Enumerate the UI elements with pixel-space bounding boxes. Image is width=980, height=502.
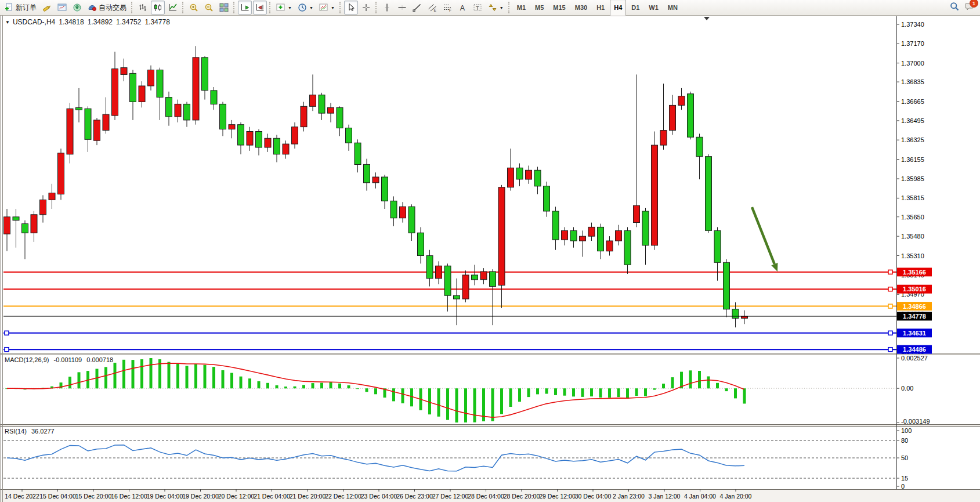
zoom-in-button[interactable] <box>187 1 201 15</box>
macd-histogram-bar <box>473 388 476 422</box>
svg-text:100: 100 <box>901 427 912 434</box>
horizontal-line-button[interactable] <box>395 1 409 15</box>
time-tick-label: 26 Dec 23:00 <box>396 493 433 500</box>
line-chart-button[interactable] <box>166 1 180 15</box>
chart-background[interactable] <box>0 16 980 502</box>
price-badge: 1.34486 <box>897 345 932 354</box>
new-order-button-label: 新订单 <box>16 3 37 13</box>
price-tick-label: 1.36325 <box>901 136 924 143</box>
svg-text:80: 80 <box>901 437 908 444</box>
macd-histogram-bar <box>437 388 440 417</box>
cursor-button[interactable] <box>344 1 358 15</box>
macd-histogram-bar <box>581 388 584 397</box>
macd-histogram-bar <box>240 377 243 389</box>
macd-histogram-bar <box>294 387 296 388</box>
templates-button[interactable]: ▼ <box>317 1 337 15</box>
vertical-line-button[interactable] <box>380 1 394 15</box>
auto-trading-button[interactable]: 自动交易 <box>85 1 129 15</box>
tile-windows-button[interactable] <box>217 1 231 15</box>
macd-histogram-bar <box>248 378 251 388</box>
channel-button[interactable]: E <box>425 1 439 15</box>
toolbar: 新订单自动交易▼▼▼EFAT▼M1M5M15M30H1H4D1W1MN1 <box>0 0 980 16</box>
chart-area[interactable]: 1.373401.371701.370001.368351.366651.364… <box>0 16 980 502</box>
new-order-button[interactable]: 新订单 <box>2 1 39 15</box>
bars-icon <box>138 3 147 12</box>
time-tick-label: 3 Jan 12:00 <box>649 493 681 500</box>
tf-d1[interactable]: D1 <box>627 0 643 16</box>
toolbar-grip <box>233 2 234 13</box>
text-button[interactable]: A <box>455 1 469 15</box>
tf-m30[interactable]: M30 <box>571 0 591 16</box>
macd-histogram-bar <box>536 388 539 394</box>
macd-histogram-bar <box>743 388 746 403</box>
tf-m15-label: M15 <box>553 4 565 11</box>
macd-histogram-bar <box>266 383 269 389</box>
toolbar-grip <box>131 2 132 13</box>
svg-text:0.002527: 0.002527 <box>901 355 928 362</box>
macd-histogram-bar <box>662 384 665 388</box>
macd-histogram-bar <box>96 369 99 389</box>
indicators-button[interactable]: ▼ <box>274 1 294 15</box>
fibonacci-button[interactable]: F <box>440 1 454 15</box>
chat-button[interactable]: 1 <box>965 2 974 13</box>
macd-histogram-bar <box>222 370 225 388</box>
styler-button[interactable] <box>40 1 54 15</box>
macd-histogram-bar <box>366 388 368 392</box>
tf-m1[interactable]: M1 <box>513 0 530 16</box>
zoom-out-button[interactable] <box>202 1 216 15</box>
macd-histogram-bar <box>204 365 207 388</box>
svg-text:1.35016: 1.35016 <box>903 286 926 292</box>
periods-button[interactable]: ▼ <box>295 1 316 15</box>
time-tick-label: 4 Jan 04:00 <box>684 493 716 500</box>
chart-shift-button[interactable] <box>253 1 267 15</box>
macd-histogram-bar <box>276 385 279 388</box>
macd-histogram-bar <box>122 360 125 389</box>
svg-text:-0.003149: -0.003149 <box>901 418 930 425</box>
time-tick-label: 28 Dec 20:00 <box>504 493 540 500</box>
svg-text:15: 15 <box>901 475 908 482</box>
macd-histogram-bar <box>554 388 557 395</box>
arrows-button[interactable]: ▼ <box>486 1 506 15</box>
chart-profile-button[interactable] <box>55 1 69 15</box>
auto-trading-button-label: 自动交易 <box>99 3 126 13</box>
tf-h4[interactable]: H4 <box>610 0 626 16</box>
macd-histogram-bar <box>716 383 719 388</box>
crayon-icon <box>42 3 52 12</box>
macd-histogram-bar <box>653 388 656 389</box>
time-tick-label: 19 Dec 04:00 <box>147 493 183 500</box>
tf-m1-label: M1 <box>517 4 526 11</box>
svg-text:1.34486: 1.34486 <box>903 346 926 353</box>
tf-w1[interactable]: W1 <box>645 0 663 16</box>
search-icon <box>950 2 959 11</box>
tf-m15[interactable]: M15 <box>549 0 569 16</box>
price-tick-label: 1.36495 <box>901 117 924 124</box>
tf-m5[interactable]: M5 <box>531 0 548 16</box>
price-badge: 1.34778 <box>897 312 932 320</box>
macd-histogram-bar <box>707 377 710 389</box>
tf-mn[interactable]: MN <box>664 0 682 16</box>
time-tick-label: 30 Dec 04:00 <box>575 493 612 500</box>
svg-text:1.35166: 1.35166 <box>903 269 926 276</box>
crosshair-icon <box>361 3 371 12</box>
trendline-button[interactable] <box>410 1 424 15</box>
macd-histogram-bar <box>186 366 189 389</box>
candle <box>193 46 199 124</box>
auto-scroll-button[interactable] <box>238 1 252 15</box>
search-button[interactable] <box>950 2 959 13</box>
price-badge: 1.35166 <box>897 268 932 276</box>
candle <box>688 92 694 140</box>
crosshair-button[interactable] <box>359 1 373 15</box>
tf-h1[interactable]: H1 <box>592 0 609 16</box>
signals-button[interactable] <box>70 1 84 15</box>
price-badge: 1.35016 <box>897 285 932 294</box>
macd-histogram-bar <box>491 388 494 421</box>
macd-histogram-bar <box>671 377 674 388</box>
candle-chart-button[interactable] <box>151 1 165 15</box>
macd-histogram-bar <box>563 388 566 396</box>
candle <box>301 102 307 132</box>
text-label-button[interactable]: T <box>471 1 484 15</box>
macd-histogram-bar <box>114 363 117 388</box>
svg-text:50: 50 <box>901 454 908 461</box>
macd-histogram-bar <box>150 358 153 388</box>
bar-chart-button[interactable] <box>136 1 150 15</box>
